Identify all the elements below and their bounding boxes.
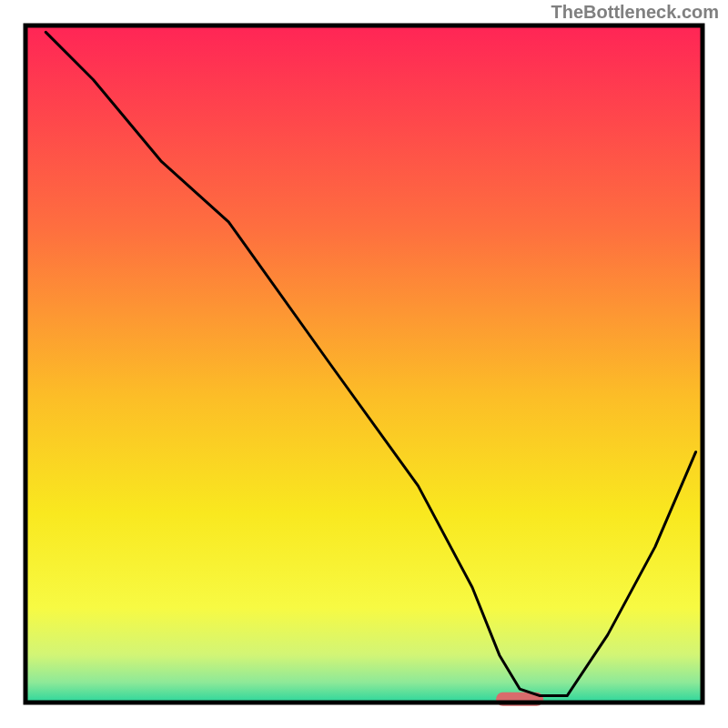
chart-container: TheBottleneck.com <box>0 0 728 728</box>
watermark-text: TheBottleneck.com <box>551 2 719 23</box>
gradient-background <box>25 25 703 703</box>
bottleneck-chart <box>0 0 728 728</box>
